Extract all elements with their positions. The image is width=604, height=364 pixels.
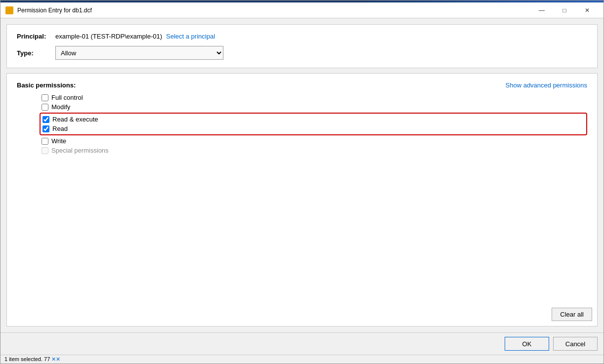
select-principal-link[interactable]: Select a principal	[166, 33, 215, 40]
cancel-button[interactable]: Cancel	[553, 337, 598, 351]
permission-item-special: Special permissions	[42, 147, 587, 154]
checkbox-write[interactable]	[42, 138, 48, 145]
window-controls: — □ ✕	[530, 2, 599, 18]
checkbox-modify[interactable]	[42, 104, 48, 111]
dialog-content: Principal: example-01 (TEST-RDP\example-…	[0, 18, 604, 332]
principal-section: Principal: example-01 (TEST-RDP\example-…	[6, 24, 598, 68]
dialog-footer: OK Cancel	[0, 332, 604, 355]
clear-all-button[interactable]: Clear all	[552, 308, 592, 321]
window-icon	[5, 6, 13, 14]
permissions-section: Basic permissions: Show advanced permiss…	[6, 73, 598, 326]
highlighted-permissions-group: Read & execute Read	[40, 113, 587, 135]
type-select[interactable]: Allow Deny	[55, 46, 223, 60]
label-read: Read	[52, 125, 68, 132]
label-read-execute: Read & execute	[52, 116, 98, 123]
principal-row: Principal: example-01 (TEST-RDP\example-…	[17, 33, 587, 40]
permission-item-read-execute: Read & execute	[43, 116, 582, 123]
close-button[interactable]: ✕	[576, 2, 599, 18]
type-label: Type:	[17, 49, 51, 57]
label-modify: Modify	[51, 103, 70, 111]
principal-label: Principal:	[17, 33, 51, 40]
ok-button[interactable]: OK	[505, 337, 549, 351]
checkbox-full-control[interactable]	[42, 94, 48, 101]
label-special-permissions: Special permissions	[51, 147, 109, 154]
permission-item-read: Read	[43, 125, 582, 132]
maximize-button[interactable]: □	[553, 2, 576, 18]
permission-item-full-control: Full control	[42, 94, 587, 101]
permission-item-write: Write	[42, 137, 587, 145]
label-write: Write	[51, 137, 66, 145]
checkbox-read[interactable]	[43, 125, 49, 132]
status-link[interactable]: ✕✕	[51, 356, 60, 362]
basic-permissions-label: Basic permissions:	[17, 81, 76, 89]
status-text: 1 item selected. 77 ✕✕	[4, 356, 60, 362]
permissions-list: Full control Modify Read & execute Read	[17, 94, 587, 154]
minimize-button[interactable]: —	[530, 2, 553, 18]
title-bar: Permission Entry for db1.dcf — □ ✕	[0, 2, 604, 18]
permission-item-modify: Modify	[42, 103, 587, 111]
checkbox-read-execute[interactable]	[43, 116, 49, 123]
window-title: Permission Entry for db1.dcf	[17, 7, 526, 14]
checkbox-special-permissions	[42, 147, 48, 154]
type-row: Type: Allow Deny	[17, 46, 587, 60]
principal-value: example-01 (TEST-RDP\example-01)	[55, 33, 162, 40]
label-full-control: Full control	[51, 94, 83, 101]
show-advanced-permissions-link[interactable]: Show advanced permissions	[506, 81, 587, 89]
status-bar: 1 item selected. 77 ✕✕	[0, 355, 604, 364]
dialog-window: Permission Entry for db1.dcf — □ ✕ Princ…	[0, 0, 604, 364]
permissions-header: Basic permissions: Show advanced permiss…	[17, 81, 587, 89]
